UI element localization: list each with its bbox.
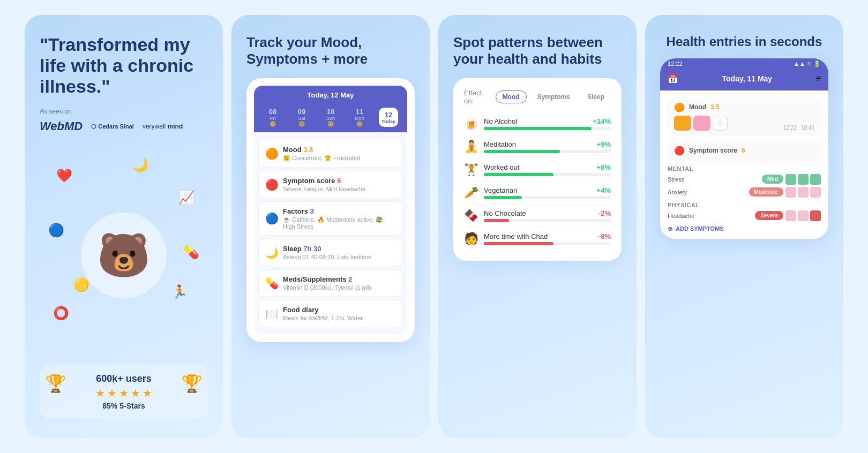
bear-area: ❤️ 🌙 📈 💊 🏃 ⭕ 🔵 🟡 🐻 xyxy=(40,146,208,365)
panel1-headline: "Transformed my life with a chronic illn… xyxy=(40,34,208,97)
entry-mood[interactable]: 🟠 Mood 3.8 😟 Concerned, 😤 Frustrated xyxy=(258,140,403,168)
status-icons: ▲▲ ≋ 🔋 xyxy=(794,61,821,67)
float-icon-yellow: 🟡 xyxy=(73,277,89,292)
entry-sleep[interactable]: 🌙 Sleep 7h 30 Asleep 01:40-09:20, Late b… xyxy=(258,239,403,266)
headache-pill[interactable]: Severe xyxy=(755,211,783,220)
food-subtitle: Meals for AM/PM, 1.25L Water xyxy=(283,315,363,321)
panel2-headline: Track your Mood, Symptoms + more xyxy=(246,34,415,67)
mood-icon: 🟠 xyxy=(265,147,279,160)
vegetarian-value: +4% xyxy=(597,186,611,194)
hp-mood-icon: 🟠 xyxy=(674,102,685,112)
status-bar: 12:22 ▲▲ ≋ 🔋 xyxy=(660,58,828,70)
hp-calendar-icon: 📅 xyxy=(668,74,678,84)
five-stars-label: 85% 5-Stars xyxy=(102,402,145,410)
patterns-card: Effect on: Mood Symptoms Sleep 🍺 No Alco… xyxy=(453,78,622,261)
float-icon-run: 🏃 xyxy=(171,284,188,299)
meditation-bar xyxy=(484,150,560,153)
hp-symptom-label: Symptom score xyxy=(689,147,737,154)
stars-row: ★ ★ ★ ★ ★ xyxy=(95,387,152,399)
workout-name: Worked out xyxy=(484,163,597,171)
entry-food[interactable]: 🍽️ Food diary Meals for AM/PM, 1.25L Wat… xyxy=(258,300,403,327)
add-icon: ⊕ xyxy=(668,225,672,232)
panel4-headline: Health entries in seconds xyxy=(660,34,828,50)
hp-header-date: Today, 11 May xyxy=(722,74,773,83)
panel-3: Spot patterns between your health and ha… xyxy=(438,15,637,438)
entry-symptom[interactable]: 🔴 Symptom score 6 Severe Fatigue, Mild H… xyxy=(258,171,403,198)
vegetarian-bar xyxy=(484,196,522,199)
panel3-headline: Spot patterns between your health and ha… xyxy=(453,34,622,67)
cedars-logo: ⬡ Cedars Sinai xyxy=(91,123,134,130)
meditation-info: Meditation +9% xyxy=(484,140,611,153)
phone-date-label: Today, 12 May xyxy=(261,91,400,99)
stress-row: Stress Mild xyxy=(668,174,821,185)
pattern-vegetarian: 🥕 Vegetarian +4% xyxy=(464,182,611,205)
stats-area: 🏆 600k+ users ★ ★ ★ ★ ★ 85% 5-Stars 🏆 xyxy=(40,365,208,419)
meds-title: Meds/Supplements 2 xyxy=(283,275,371,283)
pattern-meditation: 🧘 Meditation +9% xyxy=(464,135,611,158)
float-icon-pill: 💊 xyxy=(183,245,199,260)
tab-symptoms[interactable]: Symptoms xyxy=(531,91,577,103)
anxiety-pill[interactable]: Moderate xyxy=(749,187,783,197)
factors-title: Factors 3 xyxy=(283,207,396,215)
symptom-icon: 🔴 xyxy=(265,178,279,191)
no-alcohol-name: No Alcohol xyxy=(484,117,593,125)
add-symptoms-label: ADD SYMPTOMS xyxy=(676,225,724,232)
stress-name: Stress xyxy=(668,176,684,183)
pattern-chad: 🧑 More time with Chad -8% xyxy=(464,228,611,250)
factors-icon: 🔵 xyxy=(265,212,279,225)
hp-symptom-icon: 🔴 xyxy=(674,146,685,156)
date-12-today[interactable]: 12 Today xyxy=(379,108,398,127)
mood-time-2: 18:46 xyxy=(801,125,814,131)
vegetarian-name: Vegetarian xyxy=(484,186,597,194)
status-time: 12:22 xyxy=(668,61,683,67)
mood-block-1[interactable] xyxy=(674,116,691,131)
date-09[interactable]: 09 Sat 😊 xyxy=(292,108,311,127)
symptom-subtitle: Severe Fatigue, Mild Headache xyxy=(283,186,365,192)
pattern-no-chocolate: 🍫 No Chocolate -2% xyxy=(464,205,611,228)
effect-label: Effect on: xyxy=(464,89,491,105)
no-chocolate-name: No Chocolate xyxy=(484,209,598,217)
sleep-icon: 🌙 xyxy=(265,246,279,259)
panel-1: "Transformed my life with a chronic illn… xyxy=(25,15,223,438)
pattern-worked-out: 🏋️ Worked out +8% xyxy=(464,158,611,182)
users-count: 600k+ users xyxy=(96,373,152,384)
floating-icons: ❤️ 🌙 📈 💊 🏃 ⭕ 🔵 🟡 xyxy=(40,146,208,365)
mood-title: Mood 3.8 xyxy=(283,146,360,154)
sleep-title: Sleep 7h 30 xyxy=(283,245,371,253)
pattern-no-alcohol: 🍺 No Alcohol +14% xyxy=(464,112,611,135)
chad-bar-bg xyxy=(484,242,611,245)
date-11[interactable]: 11 Mon 😟 xyxy=(350,108,369,127)
stress-pill[interactable]: Mild xyxy=(762,175,783,184)
health-phone: 12:22 ▲▲ ≋ 🔋 📅 Today, 11 May ≡ 🟠 Mood 3.… xyxy=(660,58,828,239)
float-icon-circle: ⭕ xyxy=(53,306,69,321)
hp-menu-icon[interactable]: ≡ xyxy=(816,74,821,84)
mood-block-2[interactable] xyxy=(693,116,710,131)
workout-icon: 🏋️ xyxy=(464,163,478,177)
date-10[interactable]: 10 Sun 🙂 xyxy=(321,108,340,127)
tab-sleep[interactable]: Sleep xyxy=(581,91,611,103)
entry-factors[interactable]: 🔵 Factors 3 ☕ Caffeine, 🔥 Moderately act… xyxy=(258,201,403,236)
panels-container: "Transformed my life with a chronic illn… xyxy=(0,0,868,453)
tab-mood[interactable]: Mood xyxy=(496,90,527,103)
mood-block-add[interactable]: + xyxy=(713,116,728,131)
chad-name: More time with Chad xyxy=(484,232,598,240)
entry-meds[interactable]: 💊 Meds/Supplements 2 Vitamin D (3000iu),… xyxy=(258,269,403,297)
no-chocolate-bar xyxy=(484,219,509,222)
add-symptoms-btn[interactable]: ⊕ ADD SYMPTOMS xyxy=(668,225,821,232)
date-08[interactable]: 08 Fri 😐 xyxy=(263,108,282,127)
headache-row: Headache Severe xyxy=(668,210,821,221)
anxiety-row: Anxiety Moderate xyxy=(668,187,821,198)
vegetarian-icon: 🥕 xyxy=(464,186,478,200)
symptom-title: Symptom score 6 xyxy=(283,177,365,185)
meditation-bar-bg xyxy=(484,150,611,153)
chad-icon: 🧑 xyxy=(464,232,478,246)
meditation-value: +9% xyxy=(597,140,611,148)
no-alcohol-icon: 🍺 xyxy=(464,117,478,131)
mood-subtitle: 😟 Concerned, 😤 Frustrated xyxy=(283,155,360,162)
float-icon-blue: 🔵 xyxy=(48,223,64,238)
food-icon: 🍽️ xyxy=(265,307,279,320)
effect-row: Effect on: Mood Symptoms Sleep xyxy=(464,89,611,105)
vegetarian-bar-bg xyxy=(484,196,611,199)
verywell-logo: verywell mind xyxy=(143,123,183,130)
sleep-subtitle: Asleep 01:40-09:20, Late bedtime xyxy=(283,254,371,260)
